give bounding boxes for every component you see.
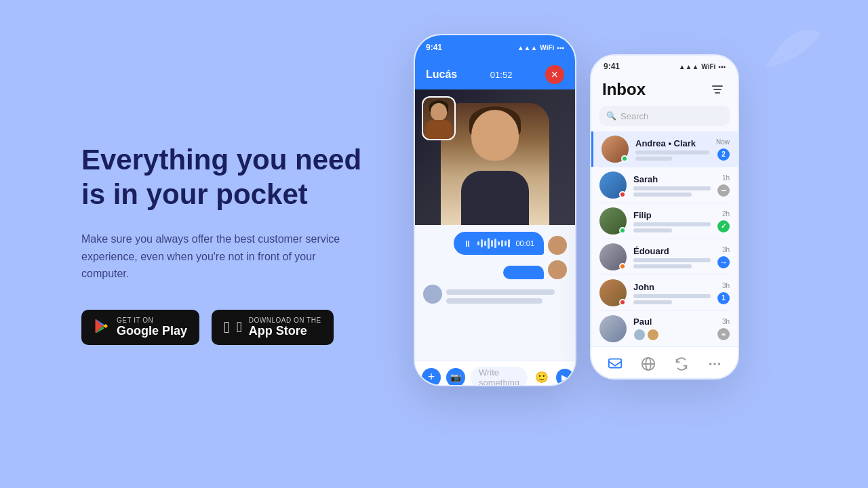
add-button[interactable]: + <box>422 368 441 387</box>
contact-info-paul: Paul <box>633 317 711 341</box>
voice-time: 00:01 <box>515 239 534 247</box>
phone-video-call: 9:41 ▲▲▲ WiFi ▪▪▪ Lucás 01:52 ✕ <box>414 34 576 386</box>
preview-line-2 <box>635 157 672 161</box>
preview-line-1 <box>635 150 709 155</box>
play-icon: ⏸ <box>463 239 472 249</box>
contact-info-sarah: Sarah <box>633 174 711 197</box>
inset-video <box>422 96 456 140</box>
phone1-status-bar: 9:41 ▲▲▲ WiFi ▪▪▪ <box>415 35 575 60</box>
app-store-button[interactable]:   Download on the App Store <box>212 310 334 345</box>
badge-edouard: → <box>717 256 730 268</box>
send-button[interactable]: ▶ <box>556 369 574 386</box>
contact-info-edouard: Édouard <box>633 246 711 268</box>
emoji-button[interactable]: 🙂 <box>533 369 551 386</box>
headline: Everything you need is in your pocket <box>81 143 366 211</box>
google-play-icon <box>94 318 110 337</box>
grey-message-lines <box>446 289 567 304</box>
filter-button[interactable] <box>708 80 727 99</box>
phone2-status-icons: ▲▲▲ WiFi ▪▪▪ <box>679 63 726 70</box>
preview-line-edouard-1 <box>633 258 711 262</box>
wave-bar-6 <box>494 239 496 248</box>
phone1-time: 9:41 <box>426 43 442 52</box>
time-edouard: 3h <box>722 246 730 253</box>
wave-bar-1 <box>477 241 479 245</box>
phone2-status-bar: 9:41 ▲▲▲ WiFi ▪▪▪ <box>591 56 738 77</box>
meta-sarah: 1h − <box>717 174 730 197</box>
meta-paul: 3h ≡ <box>717 318 730 340</box>
wifi-icon: WiFi <box>701 63 715 70</box>
search-icon: 🔍 <box>606 111 616 121</box>
contact-item-john[interactable]: John 3h 1 <box>591 275 738 310</box>
phone-inbox: 9:41 ▲▲▲ WiFi ▪▪▪ Inbox <box>590 54 739 380</box>
preview-line-filip-1 <box>633 222 711 226</box>
contact-item-filip[interactable]: Filip 2h ✓ <box>591 203 738 239</box>
phones-area: 9:41 ▲▲▲ WiFi ▪▪▪ Lucás 01:52 ✕ <box>393 0 868 488</box>
nav-refresh-icon[interactable] <box>671 353 692 375</box>
badge-paul: ≡ <box>717 328 730 340</box>
meta-edouard: 3h → <box>717 246 730 268</box>
contact-item-paul[interactable]: Paul 3h ≡ <box>591 311 738 346</box>
filter-line-1 <box>712 85 723 87</box>
search-placeholder: Search <box>620 111 648 121</box>
meta-andrea: Now 2 <box>716 138 730 161</box>
contact-name-paul: Paul <box>633 317 652 327</box>
paul-sub-avatar-2 <box>647 329 659 341</box>
avatar-img-paul <box>599 315 627 342</box>
status-dot-filip <box>619 227 626 234</box>
message-placeholder: Write something <box>479 367 519 387</box>
person-face <box>471 110 519 161</box>
time-filip: 2h <box>722 210 730 218</box>
preview-line-john-2 <box>633 300 672 304</box>
signal-icon: ▲▲▲ <box>679 63 699 70</box>
phone-icon: ✕ <box>551 69 559 80</box>
wave-bar-10 <box>508 239 510 247</box>
avatar-filip <box>599 207 627 235</box>
camera-button[interactable]: 📷 <box>446 368 465 387</box>
left-sender-avatar <box>423 285 442 304</box>
nav-inbox-icon[interactable] <box>604 353 626 375</box>
message-input[interactable]: Write something <box>471 367 528 387</box>
inbox-title: Inbox <box>602 80 646 99</box>
badge-sarah: − <box>717 184 730 197</box>
contact-name-row-filip: Filip <box>633 210 711 220</box>
wave-bar-4 <box>488 238 490 249</box>
avatar-edouard <box>599 243 627 270</box>
svg-point-6 <box>713 363 716 365</box>
filter-lines-icon <box>711 84 724 95</box>
paul-sub-avatar-1 <box>633 329 646 341</box>
contact-item-sarah[interactable]: Sarah 1h − <box>591 167 738 203</box>
avatar-andrea <box>601 136 629 163</box>
status-dot-andrea <box>621 155 628 162</box>
left-message-row <box>423 285 567 304</box>
filter-line-2 <box>713 89 722 90</box>
wave-bar-3 <box>484 241 486 246</box>
preview-edouard <box>633 258 711 268</box>
contact-item-andrea[interactable]: Andrea • Clark Now 2 <box>591 131 738 167</box>
contact-name-john: John <box>633 282 654 292</box>
svg-point-7 <box>717 363 720 365</box>
nav-globe-icon[interactable] <box>637 353 659 375</box>
nav-more-icon[interactable] <box>704 353 726 375</box>
avatar-john <box>599 279 627 306</box>
time-andrea: Now <box>716 138 730 146</box>
caller-name: Lucás <box>426 68 457 81</box>
status-dot-sarah <box>619 191 626 198</box>
wave-bar-9 <box>505 241 507 246</box>
contact-item-edouard[interactable]: Édouard 3h → <box>591 239 738 274</box>
chat-input-bar: + 📷 Write something 🙂 ▶ <box>415 361 575 386</box>
preview-line-filip-2 <box>633 228 672 232</box>
voice-wave <box>477 237 510 249</box>
preview-sarah <box>633 186 711 197</box>
preview-line-john-1 <box>633 294 711 298</box>
call-duration: 01:52 <box>490 70 513 80</box>
contact-name-andrea: Andrea • Clark <box>635 138 696 148</box>
contact-info-andrea: Andrea • Clark <box>635 138 709 161</box>
search-bar[interactable]: 🔍 Search <box>599 106 730 126</box>
store-buttons: GET IT ON Google Play   Download on th… <box>81 310 393 345</box>
wave-bar-7 <box>498 241 500 245</box>
contact-name-row-edouard: Édouard <box>633 246 711 256</box>
blue-bubble-row <box>423 260 567 279</box>
app-store-text: Download on the App Store <box>249 317 321 338</box>
google-play-button[interactable]: GET IT ON Google Play <box>81 310 199 345</box>
end-call-button[interactable]: ✕ <box>545 65 564 84</box>
